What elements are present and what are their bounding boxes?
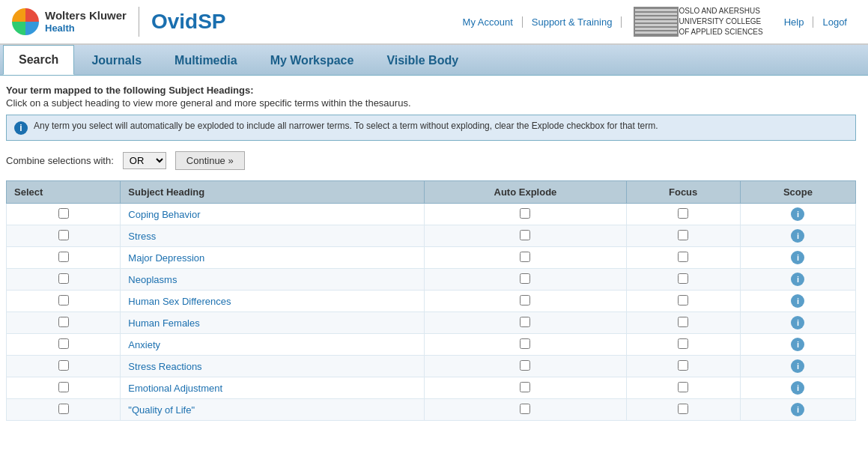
svg-rect-4 <box>635 20 677 22</box>
auto-explode-checkbox-0[interactable] <box>520 208 530 219</box>
auto-explode-checkbox-4[interactable] <box>520 295 530 306</box>
select-checkbox-8[interactable] <box>58 382 69 392</box>
heading-cell-1: Stress <box>121 225 425 247</box>
select-cell-4 <box>7 291 121 312</box>
tab-workspace[interactable]: My Workspace <box>255 46 370 75</box>
tab-journals[interactable]: Journals <box>76 46 157 75</box>
scope-info-button-6[interactable]: i <box>791 338 804 351</box>
tab-search[interactable]: Search <box>3 45 74 75</box>
auto-explode-checkbox-5[interactable] <box>520 317 530 327</box>
focus-cell-5 <box>626 312 740 334</box>
auto-explode-checkbox-6[interactable] <box>520 338 530 349</box>
my-account-link[interactable]: My Account <box>454 16 523 28</box>
focus-cell-3 <box>626 269 740 291</box>
instructions-heading: Your term mapped to the following Subjec… <box>6 85 856 96</box>
info-icon: i <box>14 121 28 135</box>
tabs-bar: Search Journals Multimedia My Workspace … <box>0 45 868 76</box>
tab-visible-body[interactable]: Visible Body <box>371 46 474 75</box>
scope-info-button-9[interactable]: i <box>791 403 804 416</box>
subject-link-5[interactable]: Human Females <box>128 317 199 329</box>
subject-link-4[interactable]: Human Sex Differences <box>128 296 231 307</box>
logo-text: Wolters Kluwer Health <box>45 9 127 34</box>
col-focus: Focus <box>626 181 740 204</box>
subject-link-8[interactable]: Emotional Adjustment <box>128 383 222 394</box>
auto-explode-checkbox-9[interactable] <box>520 404 530 414</box>
focus-checkbox-7[interactable] <box>678 360 688 371</box>
scope-info-button-0[interactable]: i <box>791 207 804 221</box>
scope-info-button-2[interactable]: i <box>791 251 804 264</box>
university-logo-area: OSLO AND AKERSHUS UNIVERSITY COLLEGE OF … <box>634 6 762 37</box>
select-checkbox-0[interactable] <box>58 208 69 219</box>
select-cell-1 <box>7 225 121 247</box>
subject-link-9[interactable]: "Quality of Life" <box>128 404 195 416</box>
focus-checkbox-9[interactable] <box>678 404 688 414</box>
scope-cell-0: i <box>740 204 855 225</box>
logout-link[interactable]: Logof <box>813 16 856 28</box>
svg-rect-2 <box>635 13 677 15</box>
svg-rect-6 <box>635 28 677 30</box>
instructions-subtext: Click on a subject heading to view more … <box>6 97 856 109</box>
select-checkbox-7[interactable] <box>58 360 69 371</box>
subject-link-0[interactable]: Coping Behavior <box>128 209 200 220</box>
select-checkbox-6[interactable] <box>58 338 69 349</box>
select-cell-0 <box>7 204 121 225</box>
auto-explode-checkbox-7[interactable] <box>520 360 530 371</box>
focus-checkbox-8[interactable] <box>678 382 688 392</box>
subject-link-2[interactable]: Major Depression <box>128 252 204 264</box>
select-checkbox-3[interactable] <box>58 273 69 284</box>
focus-cell-6 <box>626 334 740 356</box>
select-checkbox-4[interactable] <box>58 295 69 306</box>
auto-explode-cell-8 <box>425 377 626 399</box>
combine-label: Combine selections with: <box>6 155 114 166</box>
auto-explode-checkbox-2[interactable] <box>520 252 530 262</box>
subject-link-3[interactable]: Neoplasms <box>128 274 177 285</box>
focus-checkbox-2[interactable] <box>678 252 688 262</box>
col-auto-explode: Auto Explode <box>425 181 626 204</box>
support-link[interactable]: Support & Training <box>523 16 622 28</box>
focus-checkbox-6[interactable] <box>678 338 688 349</box>
select-checkbox-9[interactable] <box>58 404 69 414</box>
scope-info-button-3[interactable]: i <box>791 273 804 286</box>
select-cell-2 <box>7 247 121 269</box>
col-scope: Scope <box>740 181 855 204</box>
scope-info-button-4[interactable]: i <box>791 294 804 308</box>
select-cell-9 <box>7 399 121 421</box>
heading-cell-8: Emotional Adjustment <box>121 377 425 399</box>
university-name: OSLO AND AKERSHUS UNIVERSITY COLLEGE OF … <box>679 6 762 37</box>
focus-checkbox-1[interactable] <box>678 230 688 240</box>
subject-link-7[interactable]: Stress Reactions <box>128 361 201 372</box>
auto-explode-cell-3 <box>425 269 626 291</box>
select-checkbox-2[interactable] <box>58 252 69 262</box>
table-row: Human Femalesi <box>7 312 856 334</box>
results-table: Select Subject Heading Auto Explode Focu… <box>6 180 856 421</box>
focus-cell-4 <box>626 291 740 312</box>
table-row: Human Sex Differencesi <box>7 291 856 312</box>
focus-cell-2 <box>626 247 740 269</box>
help-link[interactable]: Help <box>775 16 814 28</box>
header-nav: My Account Support & Training OSLO AND A… <box>454 6 856 37</box>
select-checkbox-1[interactable] <box>58 230 69 240</box>
scope-info-button-1[interactable]: i <box>791 229 804 243</box>
auto-explode-checkbox-8[interactable] <box>520 382 530 392</box>
focus-checkbox-5[interactable] <box>678 317 688 327</box>
focus-checkbox-4[interactable] <box>678 295 688 306</box>
scope-info-button-7[interactable]: i <box>791 359 804 373</box>
scope-cell-4: i <box>740 291 855 312</box>
table-body: Coping BehavioriStressiMajor Depressioni… <box>7 204 856 421</box>
tab-multimedia[interactable]: Multimedia <box>159 46 253 75</box>
scope-info-button-8[interactable]: i <box>791 381 804 395</box>
heading-cell-2: Major Depression <box>121 247 425 269</box>
auto-explode-checkbox-3[interactable] <box>520 273 530 284</box>
focus-checkbox-0[interactable] <box>678 208 688 219</box>
table-row: "Quality of Life"i <box>7 399 856 421</box>
continue-button[interactable]: Continue » <box>175 151 245 170</box>
auto-explode-cell-6 <box>425 334 626 356</box>
scope-info-button-5[interactable]: i <box>791 316 804 329</box>
combine-select[interactable]: OR AND <box>123 152 166 169</box>
auto-explode-checkbox-1[interactable] <box>520 230 530 240</box>
subject-link-6[interactable]: Anxiety <box>128 339 160 350</box>
focus-checkbox-3[interactable] <box>678 273 688 284</box>
heading-cell-4: Human Sex Differences <box>121 291 425 312</box>
subject-link-1[interactable]: Stress <box>128 231 156 242</box>
select-checkbox-5[interactable] <box>58 317 69 327</box>
